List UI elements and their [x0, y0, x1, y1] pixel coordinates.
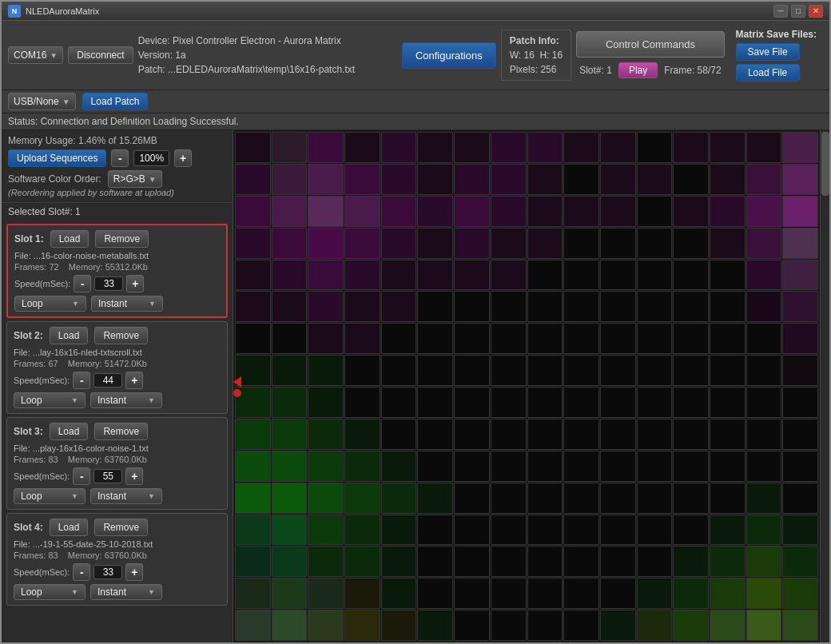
matrix-cell-89[interactable]: [563, 291, 599, 322]
matrix-cell-122[interactable]: [600, 355, 636, 386]
matrix-cell-113[interactable]: [272, 355, 308, 386]
matrix-cell-159[interactable]: [782, 419, 818, 450]
matrix-cell-171[interactable]: [637, 451, 673, 482]
matrix-cell-46[interactable]: [746, 196, 782, 227]
matrix-cell-226[interactable]: [308, 578, 344, 609]
matrix-cell-0[interactable]: [235, 132, 271, 163]
matrix-cell-87[interactable]: [491, 291, 527, 322]
speed-plus-2[interactable]: +: [125, 372, 143, 389]
matrix-cell-106[interactable]: [600, 323, 636, 354]
transition-dropdown-2[interactable]: Instant ▼: [90, 392, 162, 408]
matrix-cell-123[interactable]: [637, 355, 673, 386]
matrix-cell-76[interactable]: [673, 260, 709, 291]
pct-minus-button[interactable]: -: [111, 149, 129, 167]
close-button[interactable]: ✕: [809, 5, 823, 18]
matrix-cell-95[interactable]: [782, 291, 818, 322]
matrix-cell-236[interactable]: [673, 578, 709, 609]
matrix-cell-183[interactable]: [491, 483, 527, 514]
transition-dropdown-3[interactable]: Instant ▼: [90, 488, 162, 504]
slot-load-button-3[interactable]: Load: [50, 423, 89, 440]
matrix-cell-166[interactable]: [454, 451, 490, 482]
matrix-cell-222[interactable]: [746, 546, 782, 577]
matrix-cell-31[interactable]: [782, 164, 818, 195]
matrix-cell-185[interactable]: [563, 483, 599, 514]
control-commands-button[interactable]: Control Commands: [576, 31, 724, 58]
matrix-cell-160[interactable]: [235, 451, 271, 482]
matrix-cell-126[interactable]: [746, 355, 782, 386]
matrix-cell-107[interactable]: [637, 323, 673, 354]
matrix-cell-200[interactable]: [527, 515, 563, 546]
matrix-cell-105[interactable]: [563, 323, 599, 354]
matrix-cell-154[interactable]: [600, 419, 636, 450]
matrix-cell-17[interactable]: [272, 164, 308, 195]
matrix-cell-195[interactable]: [344, 515, 380, 546]
matrix-cell-232[interactable]: [527, 578, 563, 609]
matrix-cell-116[interactable]: [381, 355, 417, 386]
matrix-cell-18[interactable]: [308, 164, 344, 195]
matrix-cell-90[interactable]: [600, 291, 636, 322]
matrix-cell-71[interactable]: [491, 260, 527, 291]
matrix-cell-245[interactable]: [417, 610, 453, 641]
matrix-cell-227[interactable]: [344, 578, 380, 609]
matrix-cell-169[interactable]: [563, 451, 599, 482]
slot-load-button-1[interactable]: Load: [50, 230, 89, 248]
matrix-cell-129[interactable]: [272, 387, 308, 418]
matrix-cell-175[interactable]: [782, 451, 818, 482]
matrix-cell-251[interactable]: [637, 610, 673, 641]
matrix-cell-208[interactable]: [235, 546, 271, 577]
matrix-cell-155[interactable]: [637, 419, 673, 450]
matrix-cell-28[interactable]: [673, 164, 709, 195]
matrix-cell-212[interactable]: [381, 546, 417, 577]
matrix-cell-151[interactable]: [491, 419, 527, 450]
matrix-cell-177[interactable]: [272, 483, 308, 514]
matrix-cell-201[interactable]: [563, 515, 599, 546]
matrix-cell-109[interactable]: [710, 323, 746, 354]
matrix-cell-179[interactable]: [344, 483, 380, 514]
matrix-cell-36[interactable]: [381, 196, 417, 227]
matrix-cell-9[interactable]: [563, 132, 599, 163]
matrix-cell-26[interactable]: [600, 164, 636, 195]
usb-none-select[interactable]: USB/None ▼: [8, 93, 76, 110]
matrix-cell-149[interactable]: [417, 419, 453, 450]
matrix-cell-67[interactable]: [344, 260, 380, 291]
matrix-cell-121[interactable]: [563, 355, 599, 386]
matrix-cell-64[interactable]: [235, 260, 271, 291]
matrix-cell-21[interactable]: [417, 164, 453, 195]
matrix-cell-220[interactable]: [673, 546, 709, 577]
matrix-cell-145[interactable]: [272, 419, 308, 450]
matrix-cell-191[interactable]: [782, 483, 818, 514]
com-port-select[interactable]: COM16 ▼: [8, 46, 63, 64]
loop-dropdown-1[interactable]: Loop ▼: [14, 296, 86, 312]
matrix-cell-19[interactable]: [344, 164, 380, 195]
matrix-cell-57[interactable]: [563, 228, 599, 259]
play-button[interactable]: Play: [618, 62, 658, 78]
matrix-cell-52[interactable]: [381, 228, 417, 259]
matrix-cell-62[interactable]: [746, 228, 782, 259]
matrix-cell-243[interactable]: [344, 610, 380, 641]
matrix-cell-228[interactable]: [381, 578, 417, 609]
matrix-cell-139[interactable]: [637, 387, 673, 418]
matrix-cell-190[interactable]: [746, 483, 782, 514]
matrix-cell-47[interactable]: [782, 196, 818, 227]
matrix-cell-82[interactable]: [308, 291, 344, 322]
matrix-cell-205[interactable]: [710, 515, 746, 546]
speed-plus-4[interactable]: +: [125, 563, 143, 581]
matrix-cell-174[interactable]: [746, 451, 782, 482]
matrix-cell-103[interactable]: [491, 323, 527, 354]
matrix-cell-16[interactable]: [235, 164, 271, 195]
matrix-cell-13[interactable]: [710, 132, 746, 163]
matrix-cell-206[interactable]: [746, 515, 782, 546]
matrix-cell-33[interactable]: [272, 196, 308, 227]
matrix-cell-165[interactable]: [417, 451, 453, 482]
matrix-cell-131[interactable]: [344, 387, 380, 418]
matrix-cell-244[interactable]: [381, 610, 417, 641]
matrix-cell-237[interactable]: [710, 578, 746, 609]
matrix-cell-246[interactable]: [454, 610, 490, 641]
matrix-cell-61[interactable]: [710, 228, 746, 259]
matrix-cell-127[interactable]: [782, 355, 818, 386]
matrix-cell-238[interactable]: [746, 578, 782, 609]
matrix-cell-12[interactable]: [673, 132, 709, 163]
matrix-cell-221[interactable]: [710, 546, 746, 577]
matrix-cell-170[interactable]: [600, 451, 636, 482]
matrix-cell-141[interactable]: [710, 387, 746, 418]
